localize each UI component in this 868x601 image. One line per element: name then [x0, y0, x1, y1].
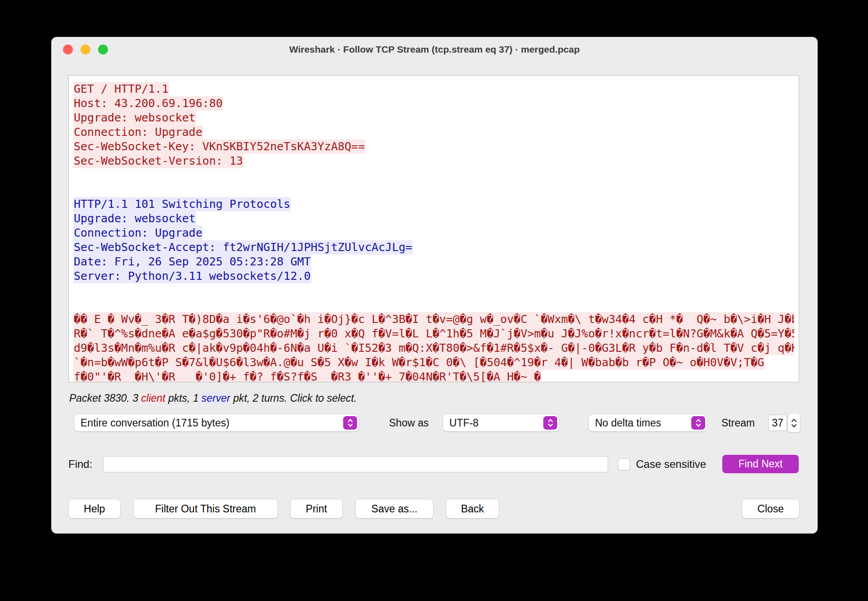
popup-arrows-icon — [691, 416, 705, 430]
save-as-button[interactable]: Save as... — [356, 499, 433, 518]
stream-line: Server: Python/3.11 websockets/12.0 — [73, 269, 794, 283]
stream-line: Sec-WebSocket-Version: 13 — [73, 154, 794, 168]
stream-line: R�` T�^%s�dne�A e�a$g�530�p"R�o#M�j r�0 … — [73, 327, 794, 341]
filter-out-stream-button[interactable]: Filter Out This Stream — [134, 499, 277, 518]
find-input[interactable] — [103, 456, 608, 472]
stream-content-area[interactable]: GET / HTTP/1.1 Host: 43.200.69.196:80 Up… — [68, 75, 799, 382]
popup-arrows-icon — [543, 416, 557, 430]
stream-line: Connection: Upgrade — [73, 125, 794, 139]
stream-line: �� E � Wv�_ 3�R T�)8D�a i�s'6�@o`�h i�Oj… — [73, 312, 794, 327]
stream-line: Connection: Upgrade — [73, 226, 794, 240]
chevron-down-icon — [791, 424, 797, 428]
window-title: Wireshark · Follow TCP Stream (tcp.strea… — [289, 44, 580, 55]
show-as-label: Show as — [389, 414, 429, 431]
stream-status-text: Packet 3830. 3 client pkts, 1 server pkt… — [69, 392, 357, 404]
close-window-button[interactable] — [63, 45, 73, 54]
stream-line: d9�l3s�Mn�m%u�R c�|ak�v9p�04h�-6N�a U�i … — [73, 341, 794, 355]
zoom-window-button[interactable] — [98, 45, 108, 54]
show-as-select-value: UTF-8 — [449, 417, 479, 429]
follow-tcp-stream-dialog: Wireshark · Follow TCP Stream (tcp.strea… — [51, 37, 818, 534]
stream-line: Sec-WebSocket-Key: VKnSKBIY52neTsKA3YzA8… — [73, 139, 794, 154]
minimize-window-button[interactable] — [81, 45, 90, 54]
stream-line: HTTP/1.1 101 Switching Protocols — [73, 197, 794, 211]
stream-number-stepper[interactable] — [788, 413, 800, 432]
chevron-up-icon — [791, 418, 797, 422]
server-packets-label: server — [201, 392, 230, 404]
close-button[interactable]: Close — [742, 499, 799, 518]
case-sensitive-label: Case sensitive — [636, 456, 706, 473]
stream-line: Date: Fri, 26 Sep 2025 05:23:28 GMT — [73, 255, 794, 269]
client-packets-label: client — [141, 392, 166, 404]
stream-number-value[interactable]: 37 — [768, 415, 787, 431]
stream-number-label: Stream — [721, 414, 755, 431]
popup-arrows-icon — [343, 416, 357, 430]
stream-line: GET / HTTP/1.1 — [73, 82, 794, 96]
conversation-select-value: Entire conversation (1715 bytes) — [81, 417, 229, 429]
stream-line: f�0"'�R �H\'�R �'0]�+ f�? f�S?f�S �R3 �'… — [73, 370, 794, 382]
find-label: Find: — [68, 456, 92, 473]
traffic-lights — [63, 37, 108, 62]
back-button[interactable]: Back — [446, 499, 499, 518]
stream-line: Upgrade: websocket — [73, 111, 794, 125]
stream-gap — [73, 283, 794, 312]
stream-gap — [73, 168, 794, 197]
stream-line: Upgrade: websocket — [73, 211, 794, 226]
case-sensitive-checkbox[interactable] — [618, 459, 630, 470]
conversation-select[interactable]: Entire conversation (1715 bytes) — [74, 414, 359, 431]
titlebar: Wireshark · Follow TCP Stream (tcp.strea… — [51, 37, 818, 62]
stream-line: `�n=b�wW�p6t�P S�7&l�U$6�l3w�A.@�u S�5 X… — [73, 355, 794, 370]
help-button[interactable]: Help — [69, 499, 120, 518]
stream-line: Sec-WebSocket-Accept: ft2wrNGIH/1JPHSjtZ… — [73, 240, 794, 255]
print-button[interactable]: Print — [291, 499, 342, 518]
delta-times-select-value: No delta times — [595, 417, 661, 429]
find-next-button[interactable]: Find Next — [722, 455, 799, 473]
delta-times-select[interactable]: No delta times — [589, 414, 707, 431]
stream-line: Host: 43.200.69.196:80 — [73, 96, 794, 111]
show-as-select[interactable]: UTF-8 — [443, 414, 559, 431]
